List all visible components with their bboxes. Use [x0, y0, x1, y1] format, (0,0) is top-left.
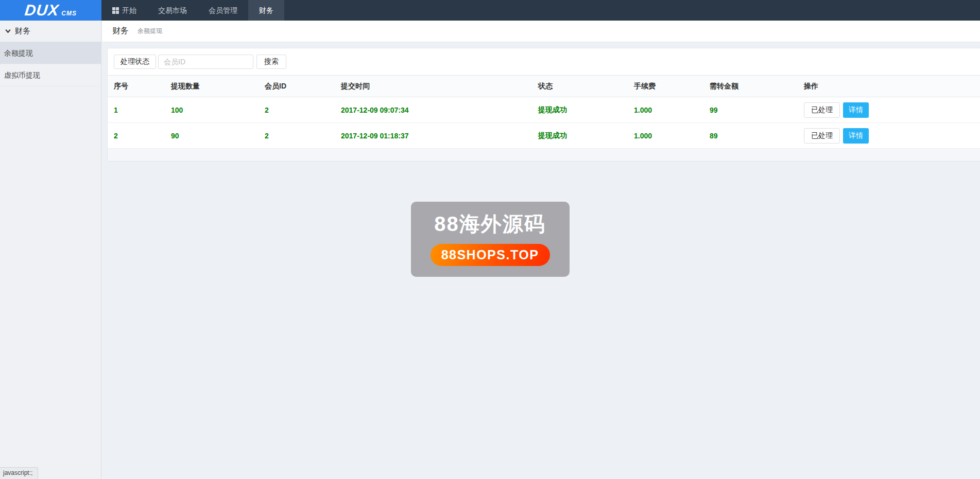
col-seq: 序号 — [108, 76, 165, 97]
processed-button[interactable]: 已处理 — [804, 102, 840, 118]
details-button[interactable]: 详情 — [843, 128, 869, 144]
logo-brand-text: DUX — [24, 0, 60, 21]
search-button[interactable]: 搜索 — [256, 55, 286, 69]
nav-item-label: 会员管理 — [209, 0, 237, 21]
sidebar-item-balance-withdraw[interactable]: 余额提现 — [0, 42, 101, 64]
breadcrumb: 财务 余额提现 — [102, 21, 980, 42]
cell-fee: 1.000 — [628, 123, 703, 149]
col-actions: 操作 — [798, 76, 980, 97]
col-member-id: 会员ID — [259, 76, 335, 97]
cell-transfer_amount: 89 — [703, 123, 798, 149]
col-fee: 手续费 — [628, 76, 703, 97]
top-nav: 开始 交易市场 会员管理 财务 — [101, 0, 284, 21]
breadcrumb-page: 余额提现 — [137, 27, 162, 36]
sidebar-group-finance[interactable]: 财务 — [0, 21, 101, 42]
processed-button[interactable]: 已处理 — [804, 128, 840, 144]
nav-item-label: 交易市场 — [158, 0, 187, 21]
cell-member_id: 2 — [259, 123, 335, 149]
nav-item-members[interactable]: 会员管理 — [198, 0, 248, 21]
cell-actions: 已处理详情 — [798, 123, 980, 149]
member-id-input[interactable] — [158, 55, 253, 69]
cell-actions: 已处理详情 — [798, 97, 980, 123]
cell-fee: 1.000 — [628, 97, 703, 123]
cell-status: 提现成功 — [532, 97, 628, 123]
details-button[interactable]: 详情 — [843, 102, 869, 118]
col-amount: 提现数量 — [165, 76, 259, 97]
top-bar: DUX CMS 开始 交易市场 会员管理 财务 — [0, 0, 980, 21]
sidebar-item-label: 余额提现 — [4, 49, 33, 57]
sidebar-group-label: 财务 — [15, 26, 30, 36]
table-body: 110022017-12-09 09:07:34提现成功1.00099已处理详情… — [108, 97, 980, 149]
nav-item-label: 财务 — [259, 0, 273, 21]
watermark-badge: 88SHOPS.TOP — [431, 244, 550, 266]
col-submit-time: 提交时间 — [335, 76, 532, 97]
cell-member_id: 2 — [259, 97, 335, 123]
table-row: 29022017-12-09 01:18:37提现成功1.00089已处理详情 — [108, 123, 980, 149]
cell-submitted_at: 2017-12-09 09:07:34 — [335, 97, 532, 123]
cell-seq: 1 — [108, 97, 165, 123]
filter-bar: 处理状态 搜索 — [108, 48, 980, 75]
logo-suffix-text: CMS — [61, 10, 77, 17]
cell-submitted_at: 2017-12-09 01:18:37 — [335, 123, 532, 149]
cell-status: 提现成功 — [532, 123, 628, 149]
chevron-down-icon — [5, 28, 11, 34]
sidebar-item-label: 虚拟币提现 — [4, 71, 40, 79]
sidebar: 财务 余额提现 虚拟币提现 — [0, 21, 101, 479]
sidebar-item-crypto-withdraw[interactable]: 虚拟币提现 — [0, 64, 101, 86]
nav-item-market[interactable]: 交易市场 — [147, 0, 198, 21]
cell-transfer_amount: 99 — [703, 97, 798, 123]
watermark-title: 88海外源码 — [411, 210, 570, 238]
nav-item-finance[interactable]: 财务 — [248, 0, 284, 21]
content-panel: 处理状态 搜索 序号 提现数量 会员ID 提交时间 状态 手续费 需转金额 操 — [107, 48, 980, 162]
table-row: 110022017-12-09 09:07:34提现成功1.00099已处理详情 — [108, 97, 980, 123]
col-status: 状态 — [532, 76, 628, 97]
table-footer-strip — [108, 149, 980, 161]
windows-grid-icon — [112, 7, 119, 14]
breadcrumb-section: 财务 — [112, 26, 129, 37]
link-status-bubble: javascript:; — [0, 467, 38, 479]
withdrawals-table: 序号 提现数量 会员ID 提交时间 状态 手续费 需转金额 操作 1100220… — [108, 75, 980, 149]
cell-amount: 100 — [165, 97, 259, 123]
table-header-row: 序号 提现数量 会员ID 提交时间 状态 手续费 需转金额 操作 — [108, 76, 980, 97]
nav-item-label: 开始 — [122, 0, 136, 21]
cell-seq: 2 — [108, 123, 165, 149]
watermark-box: 88海外源码 88SHOPS.TOP — [411, 202, 570, 277]
cell-amount: 90 — [165, 123, 259, 149]
status-filter-button[interactable]: 处理状态 — [114, 55, 156, 69]
nav-item-start[interactable]: 开始 — [101, 0, 147, 21]
app-logo[interactable]: DUX CMS — [0, 0, 101, 21]
col-transfer-amount: 需转金额 — [703, 76, 798, 97]
